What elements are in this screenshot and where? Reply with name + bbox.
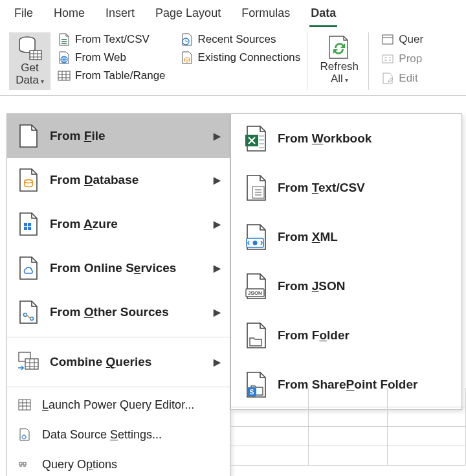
file-text-icon — [57, 32, 71, 47]
submenu-json-label: From JSON — [278, 279, 346, 293]
textcsv-icon — [243, 174, 269, 202]
submenu-from-textcsv[interactable]: From Text/CSV — [231, 163, 461, 212]
chevron-right-icon: ▶ — [214, 263, 221, 273]
properties-icon — [381, 52, 395, 66]
menu-options-label: Query Options — [42, 458, 117, 471]
recent-sources-button[interactable]: Recent Sources — [180, 32, 301, 47]
clock-icon — [180, 32, 194, 47]
refresh-icon — [326, 34, 353, 61]
combine-icon — [16, 349, 41, 375]
tab-insert[interactable]: Insert — [104, 4, 136, 27]
svg-rect-9 — [24, 223, 27, 226]
submenu-from-json[interactable]: JSON From JSON — [231, 262, 461, 311]
json-icon: JSON — [243, 272, 269, 300]
xml-icon — [243, 223, 269, 251]
edit-links-label: Edit — [399, 72, 417, 85]
tab-data[interactable]: Data — [309, 4, 337, 27]
menu-from-azure[interactable]: From Azure ▶ — [7, 202, 230, 246]
menu-from-database-label: From Database — [50, 173, 139, 187]
menu-separator — [7, 337, 230, 337]
refresh-all-label: Refresh All — [320, 61, 359, 85]
existing-connections-button[interactable]: Existing Connections — [180, 51, 301, 65]
menu-query-options[interactable]: Query Options — [7, 449, 230, 476]
get-data-label: Get Data — [16, 62, 44, 86]
submenu-textcsv-label: From Text/CSV — [278, 181, 365, 195]
svg-rect-6 — [383, 35, 393, 44]
menu-from-azure-label: From Azure — [50, 217, 118, 231]
menu-from-other[interactable]: From Other Sources ▶ — [7, 290, 230, 334]
get-data-menu: From File ▶ From Database ▶ From Azure ▶… — [6, 113, 230, 476]
excel-icon — [243, 124, 269, 153]
chevron-right-icon: ▶ — [214, 357, 221, 367]
tab-pagelayout[interactable]: Page Layout — [154, 4, 222, 27]
svg-rect-3 — [58, 71, 70, 80]
from-textcsv-label: From Text/CSV — [75, 33, 150, 46]
gear-file-icon — [16, 426, 33, 443]
menu-data-source-settings[interactable]: Data Source Settings... — [7, 420, 230, 449]
tab-file[interactable]: File — [13, 4, 34, 27]
svg-rect-17 — [19, 400, 30, 410]
menu-from-other-label: From Other Sources — [50, 305, 169, 319]
ribbon: Get Data From Text/CSV From Web From Tab… — [0, 27, 466, 96]
menu-from-file-label: From File — [50, 129, 105, 143]
submenu-workbook-label: From Workbook — [278, 131, 372, 146]
submenu-folder-label: From Folder — [278, 328, 350, 343]
svg-rect-16 — [25, 359, 38, 369]
queries-icon — [381, 32, 395, 47]
menu-from-file[interactable]: From File ▶ — [7, 114, 230, 158]
chevron-right-icon: ▶ — [214, 175, 221, 185]
azure-icon — [16, 211, 41, 237]
menu-from-online[interactable]: From Online Services ▶ — [7, 246, 230, 290]
svg-rect-12 — [28, 227, 31, 230]
properties-label: Prop — [399, 52, 422, 65]
menu-from-database[interactable]: From Database ▶ — [7, 158, 230, 202]
queries-button[interactable]: Quer — [381, 32, 423, 47]
submenu-from-workbook[interactable]: From Workbook — [231, 114, 461, 163]
existing-connections-label: Existing Connections — [198, 51, 301, 64]
from-web-label: From Web — [75, 51, 126, 64]
spreadsheet-grid[interactable] — [230, 388, 466, 476]
ribbon-tabs: File Home Insert Page Layout Formulas Da… — [0, 0, 466, 27]
queries-label: Quer — [399, 33, 423, 46]
edit-links-button[interactable]: Edit — [381, 71, 423, 85]
svg-rect-7 — [383, 55, 393, 63]
svg-rect-19 — [19, 462, 22, 465]
menu-launch-label: Launch Power Query Editor... — [42, 398, 194, 412]
from-web-button[interactable]: From Web — [57, 51, 166, 65]
submenu-xml-label: From XML — [278, 230, 338, 244]
svg-rect-1 — [30, 51, 41, 60]
cloud-icon — [16, 255, 41, 281]
svg-rect-11 — [24, 227, 27, 230]
from-textcsv-button[interactable]: From Text/CSV — [57, 32, 166, 47]
options-icon — [16, 456, 33, 473]
get-data-button[interactable]: Get Data — [9, 32, 50, 90]
chevron-right-icon: ▶ — [214, 307, 221, 317]
menu-settings-label: Data Source Settings... — [42, 428, 162, 442]
properties-button[interactable]: Prop — [381, 52, 423, 66]
svg-rect-10 — [28, 223, 31, 226]
svg-rect-20 — [23, 462, 26, 465]
svg-point-24 — [253, 241, 258, 245]
menu-combine-label: Combine Queries — [50, 355, 151, 369]
refresh-all-button[interactable]: Refresh All — [316, 32, 362, 90]
recent-sources-label: Recent Sources — [198, 33, 276, 46]
tab-home[interactable]: Home — [52, 4, 86, 27]
connection-icon — [180, 51, 194, 65]
chevron-right-icon: ▶ — [214, 219, 221, 229]
submenu-from-folder[interactable]: From Folder — [231, 311, 461, 360]
file-icon — [16, 123, 41, 149]
menu-launch-pqe[interactable]: Launch Power Query Editor... — [7, 390, 230, 420]
menu-combine-queries[interactable]: Combine Queries ▶ — [7, 340, 230, 384]
table-icon — [16, 396, 33, 413]
submenu-from-xml[interactable]: From XML — [231, 212, 461, 262]
database-file-icon — [16, 167, 41, 193]
globe-icon — [57, 51, 71, 65]
from-table-button[interactable]: From Table/Range — [57, 69, 166, 83]
other-sources-icon — [16, 299, 41, 325]
chevron-right-icon: ▶ — [214, 131, 221, 141]
folder-icon — [243, 321, 269, 350]
tab-formulas[interactable]: Formulas — [240, 4, 291, 27]
edit-icon — [381, 71, 395, 85]
menu-separator — [7, 387, 230, 387]
from-file-submenu: From Workbook From Text/CSV From XML JSO… — [230, 113, 462, 410]
